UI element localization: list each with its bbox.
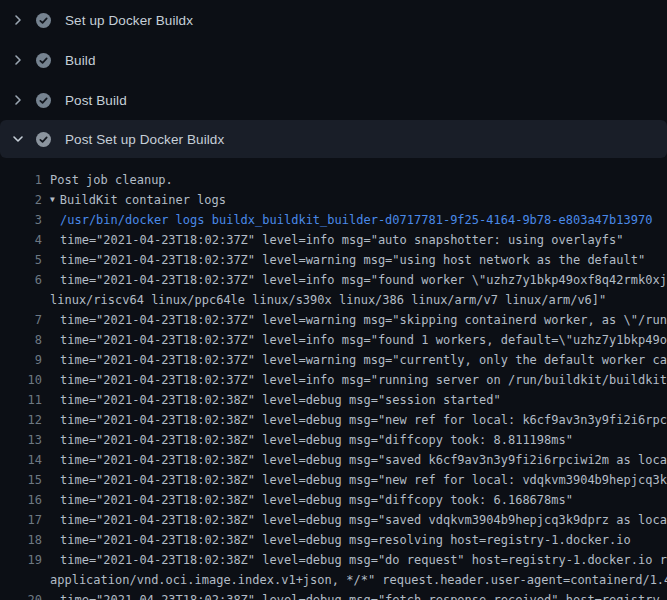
log-line-number[interactable]: 7 (0, 310, 42, 330)
log-text: time="2021-04-23T18:02:38Z" level=debug … (60, 490, 573, 510)
log-line-number[interactable]: 13 (0, 430, 42, 450)
log-line: 1Post job cleanup. (0, 170, 667, 190)
log-line-number[interactable]: 12 (0, 410, 42, 430)
log-line: 14time="2021-04-23T18:02:38Z" level=debu… (0, 450, 667, 470)
log-text: time="2021-04-23T18:02:37Z" level=info m… (60, 270, 667, 290)
step-row-post-build[interactable]: Post Build (0, 80, 667, 120)
log-text: BuildKit container logs (60, 190, 226, 210)
check-circle-icon (36, 53, 51, 68)
log-line: 8time="2021-04-23T18:02:37Z" level=info … (0, 330, 667, 350)
log-line: 5time="2021-04-23T18:02:37Z" level=warni… (0, 250, 667, 270)
log-text: time="2021-04-23T18:02:37Z" level=warnin… (60, 350, 667, 370)
log-text: time="2021-04-23T18:02:38Z" level=debug … (60, 410, 667, 430)
log-line-number[interactable]: 19 (0, 550, 42, 570)
check-circle-icon (36, 93, 51, 108)
log-text: time="2021-04-23T18:02:37Z" level=info m… (60, 370, 667, 390)
step-row-post-set-up-docker-buildx[interactable]: Post Set up Docker Buildx (0, 120, 667, 158)
log-line-number[interactable]: 20 (0, 590, 42, 600)
log-line-number (0, 290, 42, 310)
log-line: 9time="2021-04-23T18:02:37Z" level=warni… (0, 350, 667, 370)
group-toggle-icon[interactable]: ▼ (50, 190, 55, 210)
log-text: Post job cleanup. (50, 170, 173, 190)
log-line-number[interactable]: 6 (0, 270, 42, 290)
log-line: 17time="2021-04-23T18:02:38Z" level=debu… (0, 510, 667, 530)
log-text: linux/riscv64 linux/ppc64le linux/s390x … (50, 290, 606, 310)
log-line: 2▼BuildKit container logs (0, 190, 667, 210)
log-line-number[interactable]: 16 (0, 490, 42, 510)
log-text: application/vnd.oci.image.index.v1+json,… (50, 570, 667, 590)
step-row-build[interactable]: Build (0, 40, 667, 80)
chevron-right-icon[interactable] (10, 92, 26, 108)
log-text: time="2021-04-23T18:02:37Z" level=info m… (60, 330, 667, 350)
log-text: time="2021-04-23T18:02:37Z" level=info m… (60, 230, 624, 250)
log-text: time="2021-04-23T18:02:38Z" level=debug … (60, 450, 667, 470)
log-line-number[interactable]: 4 (0, 230, 42, 250)
log-line-number[interactable]: 10 (0, 370, 42, 390)
log-text: time="2021-04-23T18:02:38Z" level=debug … (60, 390, 501, 410)
log-line: 19time="2021-04-23T18:02:38Z" level=debu… (0, 550, 667, 570)
log-text: time="2021-04-23T18:02:38Z" level=debug … (60, 510, 667, 530)
log-line-number[interactable]: 11 (0, 390, 42, 410)
log-text: time="2021-04-23T18:02:38Z" level=debug … (60, 470, 667, 490)
actions-log-viewer: Set up Docker Buildx Build Post Build Po… (0, 0, 667, 600)
log-text: time="2021-04-23T18:02:38Z" level=debug … (60, 430, 573, 450)
log-line-number[interactable]: 3 (0, 210, 42, 230)
log-text: time="2021-04-23T18:02:37Z" level=warnin… (60, 310, 667, 330)
log-line-number[interactable]: 1 (0, 170, 42, 190)
log-line: 11time="2021-04-23T18:02:38Z" level=debu… (0, 390, 667, 410)
step-row-set-up-docker-buildx[interactable]: Set up Docker Buildx (0, 0, 667, 40)
check-circle-icon (36, 132, 51, 147)
log-line: 16time="2021-04-23T18:02:38Z" level=debu… (0, 490, 667, 510)
log-line-continuation: application/vnd.oci.image.index.v1+json,… (0, 570, 667, 590)
step-label: Set up Docker Buildx (65, 13, 193, 28)
step-label: Post Build (65, 93, 127, 108)
step-label: Post Set up Docker Buildx (65, 132, 224, 147)
log-line-number[interactable]: 18 (0, 530, 42, 550)
log-line-number[interactable]: 14 (0, 450, 42, 470)
log-line: 4time="2021-04-23T18:02:37Z" level=info … (0, 230, 667, 250)
log-line: 6time="2021-04-23T18:02:37Z" level=info … (0, 270, 667, 290)
check-circle-icon (36, 13, 51, 28)
chevron-down-icon[interactable] (10, 131, 26, 147)
log-line-number (0, 570, 42, 590)
log-line: 7time="2021-04-23T18:02:37Z" level=warni… (0, 310, 667, 330)
log-command-text: /usr/bin/docker logs buildx_buildkit_bui… (60, 210, 652, 230)
log-line: 15time="2021-04-23T18:02:38Z" level=debu… (0, 470, 667, 490)
log-line: 3/usr/bin/docker logs buildx_buildkit_bu… (0, 210, 667, 230)
log-line: 12time="2021-04-23T18:02:38Z" level=debu… (0, 410, 667, 430)
log-line-number[interactable]: 15 (0, 470, 42, 490)
log-line: 20time="2021-04-23T18:02:38Z" level=debu… (0, 590, 667, 600)
chevron-right-icon[interactable] (10, 52, 26, 68)
step-label: Build (65, 53, 96, 68)
log-line-number[interactable]: 9 (0, 350, 42, 370)
log-text: time="2021-04-23T18:02:37Z" level=warnin… (60, 250, 645, 270)
log-line-number[interactable]: 2 (0, 190, 42, 210)
log-text: time="2021-04-23T18:02:38Z" level=debug … (60, 590, 667, 600)
log-line: 10time="2021-04-23T18:02:37Z" level=info… (0, 370, 667, 390)
log-area: 1Post job cleanup.2▼BuildKit container l… (0, 158, 667, 600)
log-line: 18time="2021-04-23T18:02:38Z" level=debu… (0, 530, 667, 550)
log-text: time="2021-04-23T18:02:38Z" level=debug … (60, 550, 667, 570)
log-line-number[interactable]: 17 (0, 510, 42, 530)
chevron-right-icon[interactable] (10, 12, 26, 28)
log-line-number[interactable]: 8 (0, 330, 42, 350)
log-line-continuation: linux/riscv64 linux/ppc64le linux/s390x … (0, 290, 667, 310)
log-line-number[interactable]: 5 (0, 250, 42, 270)
log-line: 13time="2021-04-23T18:02:38Z" level=debu… (0, 430, 667, 450)
log-text: time="2021-04-23T18:02:38Z" level=debug … (60, 530, 631, 550)
